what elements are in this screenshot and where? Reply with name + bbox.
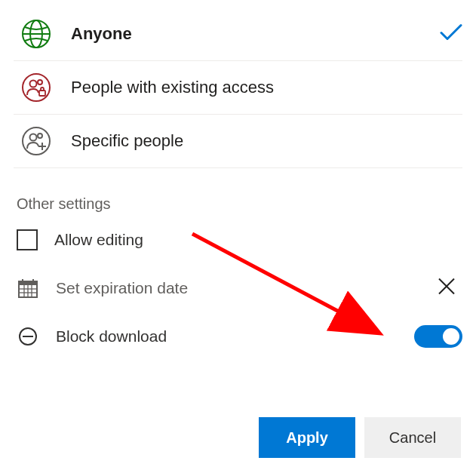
clear-expiration-icon[interactable] (437, 277, 456, 300)
other-settings-heading: Other settings (14, 195, 462, 213)
svg-point-4 (30, 81, 37, 88)
svg-point-5 (38, 80, 42, 84)
calendar-icon (17, 277, 39, 299)
set-expiration-label: Set expiration date (56, 279, 188, 297)
allow-editing-row[interactable]: Allow editing (14, 216, 462, 264)
check-icon (440, 23, 462, 45)
option-specific-people[interactable]: Specific people (14, 114, 462, 167)
option-anyone-label: Anyone (71, 24, 132, 44)
block-download-label: Block download (56, 327, 167, 346)
option-anyone[interactable]: Anyone (14, 8, 462, 60)
allow-editing-label: Allow editing (54, 231, 143, 249)
block-download-toggle[interactable] (414, 325, 462, 348)
set-expiration-row[interactable]: Set expiration date (14, 264, 462, 312)
block-icon (17, 325, 39, 348)
option-existing-label: People with existing access (71, 78, 274, 97)
audience-options: Anyone People with existing access (14, 8, 462, 168)
apply-button[interactable]: Apply (259, 417, 355, 458)
dialog-buttons: Apply Cancel (259, 417, 461, 458)
option-specific-label: Specific people (71, 131, 183, 151)
svg-point-3 (23, 74, 50, 101)
cancel-button[interactable]: Cancel (364, 417, 461, 458)
people-add-icon (20, 124, 53, 158)
svg-point-7 (23, 127, 50, 155)
globe-icon (20, 17, 53, 51)
block-download-row: Block download (14, 312, 462, 361)
allow-editing-checkbox[interactable] (17, 229, 38, 250)
svg-rect-13 (19, 281, 37, 285)
svg-rect-6 (39, 91, 45, 96)
option-existing-access[interactable]: People with existing access (14, 60, 462, 114)
svg-point-9 (38, 134, 42, 138)
people-lock-icon (20, 71, 53, 104)
svg-point-8 (30, 134, 37, 141)
